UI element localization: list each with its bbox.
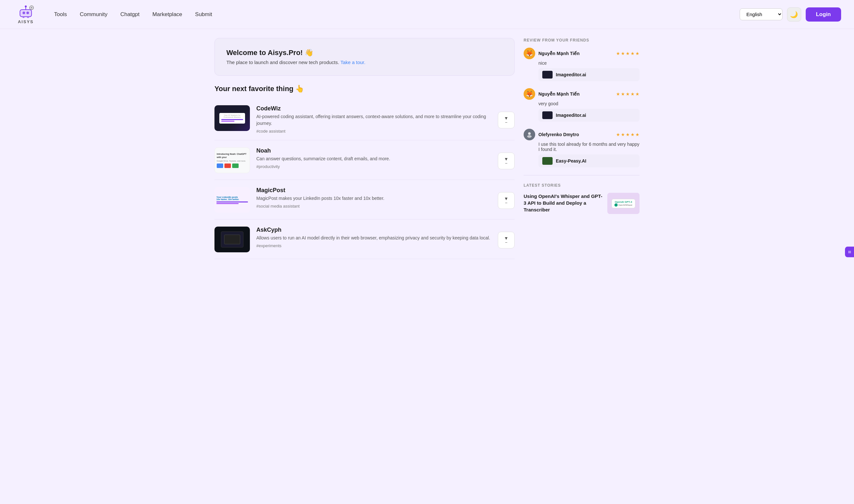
welcome-banner: Welcome to Aisys.Pro! 👋 The place to lau…: [214, 38, 515, 76]
dark-mode-toggle[interactable]: 🌙: [787, 7, 801, 21]
review-product-thumb-1: [542, 71, 553, 78]
product-item-codewiz: Your AI Sidekick forFramework Mastery Co…: [214, 99, 515, 140]
codewiz-tag: #code assistant: [256, 129, 491, 133]
svg-rect-9: [31, 9, 32, 10]
logo-icon: [17, 4, 34, 19]
review-product-thumb-3: [542, 157, 553, 165]
svg-point-14: [528, 132, 531, 135]
codewiz-vote-button[interactable]: ▼ −: [498, 112, 515, 128]
reviewer-name-1: Nguyễn Mạnh Tiến: [538, 51, 580, 56]
noah-thumbnail: Introducing Noah: ChatGPT with your Goog…: [214, 147, 250, 173]
askcyph-tag: #experiments: [256, 243, 491, 248]
float-button[interactable]: ≡: [845, 247, 854, 257]
openai-logo-icon: [614, 203, 617, 206]
nav-submit[interactable]: Submit: [195, 11, 212, 18]
product-item-askcyph: AskCyph Allows users to run an AI model …: [214, 220, 515, 259]
noah-tag: #productivity: [256, 164, 491, 169]
stars-2: ★ ★ ★ ★ ★: [616, 91, 640, 96]
nav-chatgpt[interactable]: Chatgpt: [120, 11, 140, 18]
reviewer-avatar-2: 🦊: [524, 88, 535, 100]
svg-point-7: [31, 7, 33, 9]
vote-up-icon: ▼: [504, 157, 508, 161]
review-product-name-1: Imageeditor.ai: [556, 72, 586, 77]
vote-dash: −: [505, 201, 507, 205]
magicpost-desc: MagicPost makes your LinkedIn posts 10x …: [256, 195, 491, 202]
magicpost-info: MagicPost MagicPost makes your LinkedIn …: [256, 187, 491, 209]
svg-rect-11: [33, 7, 34, 8]
story-thumbnail-1: OpenAI GPT-3 OpenAI/Whisper: [607, 193, 640, 214]
svg-rect-0: [20, 10, 32, 17]
float-icon: ≡: [847, 250, 852, 253]
main-layout: Welcome to Aisys.Pro! 👋 The place to lau…: [202, 29, 652, 268]
review-product-badge-3[interactable]: Easy-Peasy.AI: [538, 155, 640, 167]
review-header-3: Olefyrenko Dmytro ★ ★ ★ ★ ★: [524, 129, 640, 140]
review-header-1: 🦊 Nguyễn Mạnh Tiến ★ ★ ★ ★ ★: [524, 48, 640, 59]
vote-up-icon: ▼: [504, 116, 508, 120]
svg-rect-10: [29, 7, 30, 8]
products-section-title: Your next favorite thing 👆: [214, 85, 515, 93]
reviewer-avatar-1: 🦊: [524, 48, 535, 59]
review-item-3: Olefyrenko Dmytro ★ ★ ★ ★ ★ I use this t…: [524, 129, 640, 167]
welcome-subtitle: The place to launch and discover new tec…: [226, 59, 503, 65]
codewiz-info: CodeWiz AI-powered coding assistant, off…: [256, 105, 491, 133]
review-text-1: nice: [524, 60, 640, 66]
svg-point-5: [25, 5, 27, 7]
noah-desc: Can answer questions, summarize content,…: [256, 156, 491, 162]
review-product-name-3: Easy-Peasy.AI: [556, 158, 587, 163]
story-item-1: Using OpenAI's Whisper and GPT-3 API to …: [524, 193, 640, 214]
tour-link[interactable]: Take a tour.: [341, 59, 366, 65]
nav-marketplace[interactable]: Marketplace: [152, 11, 182, 18]
moon-icon: 🌙: [790, 11, 798, 18]
magicpost-name: MagicPost: [256, 187, 491, 194]
reviewer-name-2: Nguyễn Mạnh Tiến: [538, 91, 580, 96]
stars-3: ★ ★ ★ ★ ★: [616, 132, 640, 137]
codewiz-name: CodeWiz: [256, 105, 491, 112]
story-title-1: Using OpenAI's Whisper and GPT-3 API to …: [524, 193, 603, 213]
reviewer-name-3: Olefyrenko Dmytro: [538, 132, 579, 137]
nav-right: English Vietnamese French Spanish 🌙 Logi…: [740, 7, 841, 21]
review-text-3: I use this tool already for 6 months and…: [524, 142, 640, 152]
review-product-badge-1[interactable]: Imageeditor.ai: [538, 68, 640, 81]
askcyph-vote-button[interactable]: ▼ −: [498, 232, 515, 249]
magicpost-vote-button[interactable]: ▼ −: [498, 192, 515, 209]
askcyph-thumbnail: [214, 227, 250, 252]
stories-section-label: LATEST STORIES: [524, 183, 640, 187]
svg-point-15: [527, 135, 531, 138]
nav-links: Tools Community Chatgpt Marketplace Subm…: [54, 11, 740, 18]
magicpost-tag: #social media assistant: [256, 204, 491, 209]
product-item-noah: Introducing Noah: ChatGPT with your Goog…: [214, 141, 515, 180]
review-header-2: 🦊 Nguyễn Mạnh Tiến ★ ★ ★ ★ ★: [524, 88, 640, 100]
reviews-section-label: REVIEW FROM YOUR FRIENDS: [524, 38, 640, 42]
navbar: AISYS Tools Community Chatgpt Marketplac…: [0, 0, 854, 29]
login-button[interactable]: Login: [806, 7, 841, 21]
vote-up-icon: ▼: [504, 236, 508, 240]
noah-vote-button[interactable]: ▼ −: [498, 152, 515, 169]
svg-point-2: [22, 12, 25, 14]
language-select[interactable]: English Vietnamese French Spanish: [740, 8, 783, 20]
vote-up-icon: ▼: [504, 196, 508, 201]
vote-dash: −: [505, 161, 507, 165]
nav-community[interactable]: Community: [80, 11, 107, 18]
review-item-1: 🦊 Nguyễn Mạnh Tiến ★ ★ ★ ★ ★ nice Imagee…: [524, 48, 640, 81]
logo[interactable]: AISYS: [13, 4, 39, 24]
svg-rect-12: [22, 16, 24, 18]
askcyph-info: AskCyph Allows users to run an AI model …: [256, 227, 491, 248]
svg-rect-13: [27, 16, 29, 18]
reviewer-avatar-3: [524, 129, 535, 140]
review-product-name-2: Imageeditor.ai: [556, 113, 586, 118]
review-text-2: very good: [524, 101, 640, 106]
review-item-2: 🦊 Nguyễn Mạnh Tiến ★ ★ ★ ★ ★ very good I…: [524, 88, 640, 122]
brand-name: AISYS: [18, 19, 34, 24]
codewiz-thumbnail: Your AI Sidekick forFramework Mastery: [214, 105, 250, 131]
product-list: Your AI Sidekick forFramework Mastery Co…: [214, 99, 515, 259]
nav-tools[interactable]: Tools: [54, 11, 67, 18]
askcyph-desc: Allows users to run an AI model directly…: [256, 235, 491, 241]
stars-1: ★ ★ ★ ★ ★: [616, 51, 640, 56]
codewiz-desc: AI-powered coding assistant, offering in…: [256, 113, 491, 127]
right-column: REVIEW FROM YOUR FRIENDS 🦊 Nguyễn Mạnh T…: [524, 38, 640, 259]
review-product-badge-2[interactable]: Imageeditor.ai: [538, 109, 640, 122]
askcyph-name: AskCyph: [256, 227, 491, 233]
welcome-title: Welcome to Aisys.Pro! 👋: [226, 49, 503, 57]
svg-point-3: [27, 12, 29, 14]
noah-name: Noah: [256, 147, 491, 154]
